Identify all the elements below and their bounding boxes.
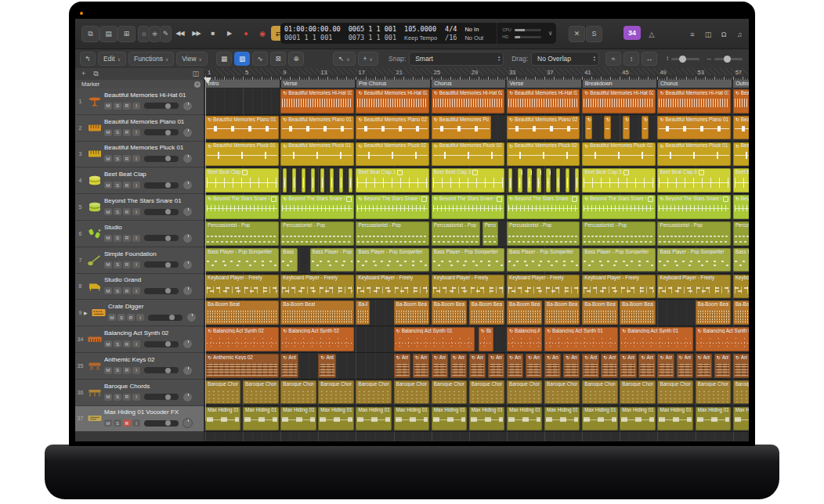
section-marker[interactable]: Verse bbox=[281, 80, 355, 88]
region[interactable]: ↻Anthemic Keys 02 bbox=[413, 354, 429, 378]
add-track-button[interactable]: + bbox=[81, 70, 85, 77]
solo-button[interactable]: S bbox=[114, 340, 121, 347]
region[interactable]: ↻Beyond The Stars Snare 01 bbox=[205, 195, 279, 219]
region[interactable]: ↻Beyond The Stars Snare 02.2 bbox=[507, 195, 580, 219]
track-header[interactable]: 2Beautiful Memories Piano 01MSRI bbox=[75, 115, 204, 142]
solo-button[interactable]: S bbox=[114, 103, 121, 110]
snap-dropdown[interactable]: Smart▴▾ bbox=[409, 52, 504, 66]
horizontal-zoom-slider[interactable]: ↔ bbox=[706, 56, 743, 62]
region[interactable]: ↻Beautiful Memories Hi-Hat 03.2 bbox=[657, 89, 731, 113]
mute-button[interactable]: M bbox=[104, 129, 112, 136]
play-icon[interactable]: ▶ bbox=[222, 26, 237, 41]
forward-icon[interactable]: ▶▶ bbox=[189, 26, 204, 41]
region[interactable]: Max Hiding 01 Vocoder FX bbox=[733, 407, 749, 431]
region[interactable]: Keyboard Player - Freely bbox=[432, 275, 505, 299]
region[interactable]: Beet Beat Clap bbox=[546, 168, 550, 193]
section-marker[interactable]: Breakdown bbox=[583, 80, 656, 88]
region[interactable]: ↻Balancing Act Synth 02 bbox=[205, 327, 279, 351]
volume-slider[interactable] bbox=[144, 129, 179, 135]
mute-button[interactable]: M bbox=[104, 261, 112, 268]
automation-icon[interactable]: ∿ bbox=[252, 52, 268, 66]
region[interactable]: Baroque Chords bbox=[469, 380, 504, 405]
input-monitor-button[interactable]: I bbox=[132, 129, 140, 136]
region[interactable]: ↻Anthemic Keys 02 bbox=[432, 354, 448, 378]
region[interactable]: ↻Anthemic Keys 02 bbox=[469, 354, 486, 378]
solo-button[interactable]: S bbox=[114, 367, 121, 374]
mute-button[interactable]: M bbox=[104, 340, 112, 347]
quick-help-icon[interactable]: ☼ bbox=[138, 26, 150, 42]
volume-slider[interactable] bbox=[144, 182, 179, 189]
region[interactable]: Baroque Chords bbox=[280, 380, 316, 405]
record-enable-button[interactable]: R bbox=[123, 287, 131, 294]
pan-knob[interactable] bbox=[183, 153, 193, 164]
region[interactable]: Beet Beat Clap bbox=[518, 168, 522, 193]
region[interactable]: Max Hiding 01 Vocoder FX bbox=[394, 407, 429, 431]
track-header[interactable]: 36Baroque ChordsMSRI bbox=[75, 380, 204, 406]
region[interactable]: ↻Beautiful Memories Pluck 01.3 bbox=[733, 142, 749, 167]
region[interactable]: ↻Anthemic Keys 02 bbox=[696, 354, 712, 378]
region[interactable]: ↻Anthemic Keys 02 bbox=[657, 354, 674, 378]
bar-ruler[interactable]: 159131721252933374145495357 bbox=[204, 68, 749, 81]
region[interactable]: ↻Balancing Act Synth 01 bbox=[479, 327, 493, 351]
region[interactable]: Max Hiding 01 Vocoder FX bbox=[507, 407, 542, 431]
region[interactable]: Bass Player - Pop Songwriter bbox=[657, 248, 731, 272]
region[interactable]: Max Hiding 01 Vocoder FX bbox=[318, 407, 353, 431]
region[interactable]: Max Hiding 01 Vocoder FX bbox=[544, 407, 580, 431]
pan-knob[interactable] bbox=[183, 180, 193, 190]
record-enable-button[interactable]: R bbox=[123, 182, 131, 189]
region[interactable]: ↻Anthemic Keys 02 bbox=[318, 354, 336, 378]
capture-record-icon[interactable]: ◉ bbox=[255, 26, 269, 41]
mute-button[interactable]: M bbox=[104, 287, 112, 294]
region[interactable]: Beet Beat Clap.5 bbox=[582, 168, 656, 193]
region[interactable]: Percussionist - Pop bbox=[657, 221, 731, 246]
toggle-smart-controls-icon[interactable]: ⊞ bbox=[117, 26, 136, 42]
solo-button[interactable]: S bbox=[114, 235, 121, 242]
mute-button[interactable]: M bbox=[104, 419, 112, 427]
mute-button[interactable]: M bbox=[104, 182, 112, 189]
section-marker[interactable]: Outro bbox=[733, 80, 749, 88]
region[interactable]: Bass Player - Pop Songwriter bbox=[356, 248, 429, 272]
region[interactable]: ↻Balancing Act Synth 01 bbox=[394, 327, 475, 351]
region[interactable]: ↻Balancing Act Synth 01 bbox=[544, 327, 618, 351]
region[interactable]: ↻Anthemic Keys 02 bbox=[394, 354, 410, 378]
region[interactable]: Ba-Boom Beat bbox=[620, 301, 655, 325]
region[interactable]: ↻Anthemic Keys 02 bbox=[563, 354, 580, 378]
region[interactable]: ↻Beautiful Memories Pluck 02.2 bbox=[507, 142, 580, 167]
region[interactable]: Beet Beat Clap.3 bbox=[432, 168, 505, 193]
region[interactable]: ↻Beyond The Stars Snare 02.3 bbox=[582, 195, 656, 219]
track-header[interactable]: 6StudioMSRI bbox=[75, 221, 204, 247]
mute-button[interactable]: M bbox=[104, 155, 112, 162]
solo-button[interactable]: S bbox=[117, 314, 125, 321]
region[interactable]: ↻Anthemic Keys 02 bbox=[733, 354, 749, 378]
track-header[interactable]: 9▶Crate DiggerMSRI bbox=[75, 300, 204, 326]
region[interactable]: Beet Beat Clap bbox=[349, 168, 352, 193]
drag-dropdown[interactable]: No Overlap▴▾ bbox=[531, 52, 599, 66]
mute-button[interactable]: M bbox=[104, 208, 112, 215]
solo-button[interactable]: S bbox=[114, 287, 121, 294]
pan-knob[interactable] bbox=[183, 207, 193, 217]
region[interactable]: Bass Player - Pop Songwriter bbox=[280, 248, 297, 272]
region[interactable]: Max Hiding 01 Vocoder FX bbox=[243, 407, 278, 431]
region[interactable]: ↻Beautiful Memories Hi-Hat 02.3 bbox=[582, 89, 656, 113]
track-header-options-button[interactable]: ◫ bbox=[192, 70, 199, 77]
region[interactable]: Max Hiding 01 Vocoder FX bbox=[356, 407, 391, 431]
region[interactable]: Baroque Chords bbox=[544, 380, 580, 405]
solo-button[interactable]: S bbox=[114, 182, 121, 189]
section-marker[interactable]: Chorus bbox=[658, 80, 732, 88]
region[interactable]: ↻Beautiful Memories Pluck 01.2 bbox=[657, 142, 731, 167]
input-monitor-button[interactable]: I bbox=[132, 394, 140, 401]
note-pads-icon[interactable]: ◫ bbox=[700, 26, 716, 42]
region[interactable]: ↻Beautiful Memories Piano 01.2 bbox=[604, 116, 611, 140]
pointer-tool-menu[interactable]: ↖∨ bbox=[333, 52, 356, 66]
add-marker-button[interactable]: + bbox=[194, 81, 201, 88]
region[interactable]: ↻Beyond The Stars Snare 02 bbox=[356, 195, 429, 219]
input-monitor-button[interactable]: I bbox=[136, 314, 144, 321]
pan-knob[interactable] bbox=[186, 312, 197, 322]
volume-slider[interactable] bbox=[144, 288, 179, 294]
region[interactable]: Beet Beat Clap bbox=[575, 168, 579, 193]
region[interactable]: ↻Beautiful Memories Piano 01.2 bbox=[585, 116, 592, 140]
region[interactable]: ↻Anthemic Keys 02 bbox=[601, 354, 617, 378]
pan-knob[interactable] bbox=[183, 260, 193, 270]
solo-button[interactable]: S bbox=[114, 155, 121, 162]
region[interactable]: ↻Anthemic Keys 02 bbox=[582, 354, 598, 378]
